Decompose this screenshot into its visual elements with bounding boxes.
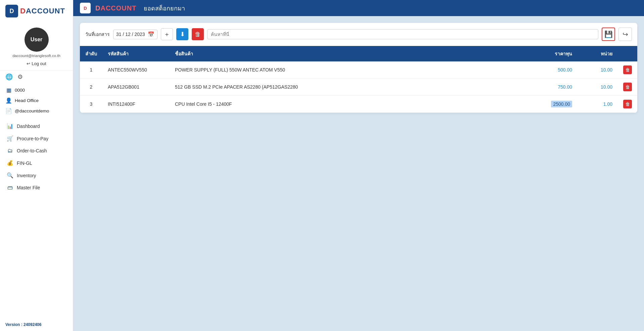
globe-icon[interactable]: 🌐: [5, 73, 13, 81]
delete-row-button[interactable]: 🗑: [623, 83, 632, 91]
user-email: daccount@trianglesoft.co.th: [12, 54, 60, 58]
cell-action: 🗑: [618, 96, 637, 113]
company-row: 📄 @daccountdemo: [5, 106, 67, 116]
settings-icon[interactable]: ⚙: [17, 73, 23, 81]
cell-no: 3: [80, 96, 102, 113]
sidebar-logo: D DACCOUNT: [0, 0, 71, 22]
sidebar-nav: 📊 Dashboard 🛒 Procure-to-Pay 🗂 Order-to-…: [0, 117, 73, 196]
col-code: รหัสสินค้า: [102, 46, 170, 61]
masterfile-icon: 🗃: [7, 185, 13, 191]
data-table: ลำดับ รหัสสินค้า ชื่อสินค้า ราคาทุน หน่ว…: [80, 46, 637, 113]
version-label: Version : 24092406: [0, 318, 47, 331]
cell-name: 512 GB SSD M.2 PCIe APACER AS2280 (AP512…: [170, 79, 524, 96]
cell-no: 2: [80, 79, 102, 96]
logout-button[interactable]: ↩ Log out: [24, 60, 49, 67]
sidebar-item-inventory[interactable]: 🔍 Inventory: [0, 169, 73, 182]
highlighted-cost: 2500.00: [551, 101, 572, 107]
cell-cost: 500.00: [524, 61, 578, 79]
col-unit: หน่วย: [578, 46, 618, 61]
cell-action: 🗑: [618, 61, 637, 79]
col-action: [618, 46, 637, 61]
topbar: D DACCOUNT ยอดสต็อกยกมา: [73, 0, 644, 16]
cell-name: CPU Intel Core I5 - 12400F: [170, 96, 524, 113]
sidebar-brand-text: DACCOUNT: [20, 7, 65, 15]
cell-code: ANTEC550WV550: [102, 61, 170, 79]
delete-row-button[interactable]: 🗑: [623, 65, 632, 74]
person-icon: 👤: [5, 97, 12, 104]
user-section: User daccount@trianglesoft.co.th ↩ Log o…: [0, 22, 73, 70]
sidebar-item-procure[interactable]: 🛒 Procure-to-Pay: [0, 132, 73, 145]
col-name: ชื่อสินค้า: [170, 46, 524, 61]
save-icon: 💾: [604, 30, 613, 38]
table-row: 1 ANTEC550WV550 POWER SUPPLY (FULL) 550W…: [80, 61, 637, 79]
search-input[interactable]: [211, 32, 595, 37]
col-no: ลำดับ: [80, 46, 102, 61]
page-title: ยอดสต็อกยกมา: [144, 3, 185, 13]
cart-icon: 🛒: [7, 135, 13, 142]
table-row: 2 APA512GB001 512 GB SSD M.2 PCIe APACER…: [80, 79, 637, 96]
inventory-icon: 🔍: [7, 172, 13, 179]
sidebar: D DACCOUNT User daccount@trianglesoft.co…: [0, 0, 73, 331]
sidebar-top-icons: 🌐 ⚙: [0, 70, 73, 82]
date-input-wrap: 📅: [113, 30, 157, 39]
branch-row: 👤 Head Office: [5, 96, 67, 105]
export-button[interactable]: ↪: [618, 28, 632, 41]
date-label: วันที่เอกสาร: [85, 31, 110, 38]
avatar: User: [25, 28, 49, 52]
dashboard-icon: 📊: [7, 123, 13, 129]
export-icon: ↪: [623, 30, 628, 38]
cell-unit: 10.00: [578, 79, 618, 96]
add-button[interactable]: ＋: [161, 28, 173, 40]
calendar-icon[interactable]: 📅: [148, 31, 154, 38]
sidebar-logo-icon: D: [5, 5, 18, 17]
cell-no: 1: [80, 61, 102, 79]
sidebar-info: ▦ 0000 👤 Head Office 📄 @daccountdemo: [0, 82, 73, 117]
col-cost: ราคาทุน: [524, 46, 578, 61]
grid-icon: ▦: [5, 87, 12, 93]
order-icon: 🗂: [7, 148, 13, 154]
logout-icon: ↩: [27, 61, 30, 66]
cell-code: APA512GB001: [102, 79, 170, 96]
sidebar-item-dashboard[interactable]: 📊 Dashboard: [0, 120, 73, 132]
doc-icon: 📄: [5, 108, 12, 114]
main-content: D DACCOUNT ยอดสต็อกยกมา วันที่เอกสาร 📅 ＋…: [73, 0, 644, 331]
cell-action: 🗑: [618, 79, 637, 96]
cell-unit: 1.00: [578, 96, 618, 113]
delete-button[interactable]: 🗑: [192, 28, 204, 40]
cell-unit: 10.00: [578, 61, 618, 79]
toolbar: วันที่เอกสาร 📅 ＋ ⬇ 🗑 💾 ↪: [80, 23, 637, 46]
topbar-logo-icon: D: [80, 3, 91, 13]
date-input[interactable]: [116, 32, 146, 37]
sidebar-item-order[interactable]: 🗂 Order-to-Cash: [0, 145, 73, 157]
cell-cost: 750.00: [524, 79, 578, 96]
table-row: 3 INTI512400F CPU Intel Core I5 - 12400F…: [80, 96, 637, 113]
cell-name: POWER SUPPLY (FULL) 550W ANTEC ATOM V550: [170, 61, 524, 79]
search-wrap: [207, 29, 598, 39]
fingl-icon: 💰: [7, 160, 13, 166]
download-button[interactable]: ⬇: [176, 28, 188, 40]
main-card: วันที่เอกสาร 📅 ＋ ⬇ 🗑 💾 ↪: [80, 23, 637, 113]
sidebar-item-masterfile[interactable]: 🗃 Master File: [0, 182, 73, 194]
delete-row-button[interactable]: 🗑: [623, 100, 632, 108]
cell-cost: 2500.00: [524, 96, 578, 113]
code-row: ▦ 0000: [5, 85, 67, 95]
topbar-brand: DACCOUNT: [95, 4, 136, 12]
sidebar-item-fingl[interactable]: 💰 FIN-GL: [0, 157, 73, 169]
save-button[interactable]: 💾: [602, 28, 615, 41]
content-area: วันที่เอกสาร 📅 ＋ ⬇ 🗑 💾 ↪: [73, 16, 644, 331]
cell-code: INTI512400F: [102, 96, 170, 113]
